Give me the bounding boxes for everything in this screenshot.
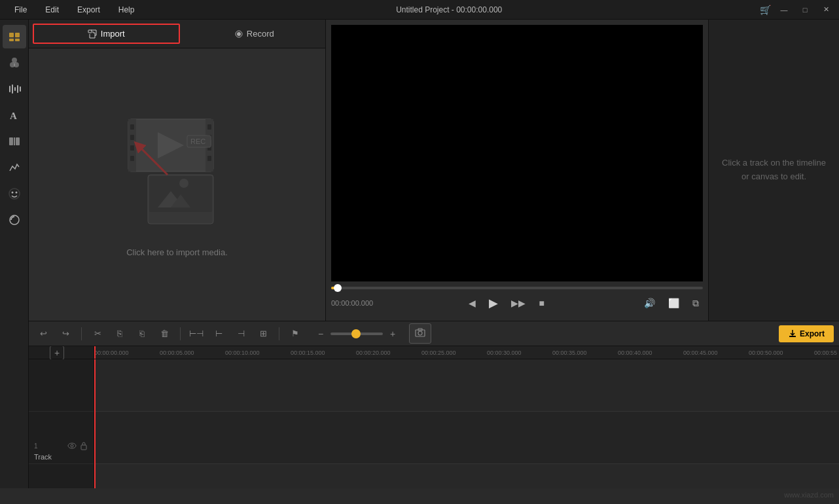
sidebar-item-stickers[interactable] [3, 182, 26, 206]
timeline-ruler: 00:00:00.00000:00:05.00000:00:10.00000:0… [94, 346, 839, 359]
seekbar-fill [331, 287, 338, 289]
svg-rect-30 [130, 145, 134, 151]
preview-seekbar[interactable] [331, 287, 703, 289]
svg-rect-16 [16, 137, 20, 145]
svg-point-47 [418, 331, 422, 335]
step-forward-button[interactable]: ▶▶ [507, 297, 529, 310]
svg-rect-52 [81, 445, 86, 450]
import-illustration: REC [109, 113, 246, 237]
svg-rect-4 [9, 39, 14, 41]
svg-rect-32 [207, 124, 211, 130]
preview-controls: 00:00:00.000 ◀ ▶ ▶▶ ■ 🔊 ⬜ ⧉ [326, 281, 708, 321]
ruler-mark: 00:00:35.000 [552, 350, 587, 356]
stop-button[interactable]: ■ [535, 297, 548, 310]
sidebar-item-transitions[interactable] [3, 130, 26, 153]
ruler-mark: 00:00:00.000 [94, 350, 129, 356]
zoom-slider[interactable] [330, 333, 383, 335]
record-tab[interactable]: Record [184, 20, 326, 48]
split-button[interactable]: ⊢⊣ [187, 325, 205, 343]
svg-rect-49 [789, 336, 796, 337]
track-name-1: Track [34, 453, 52, 461]
undo-button[interactable]: ↩ [34, 325, 52, 343]
sidebar-item-effects[interactable] [3, 156, 26, 179]
svg-text:REC: REC [190, 137, 205, 145]
toolbar-separator-2 [180, 327, 181, 340]
timeline-playhead-ruler [94, 346, 96, 359]
copy-button[interactable]: ⎘ [111, 325, 129, 343]
close-button[interactable]: ✕ [818, 3, 834, 16]
track-visibility-icon[interactable] [67, 441, 77, 450]
svg-rect-35 [207, 156, 211, 161]
sidebar-item-filters[interactable] [3, 208, 26, 232]
zoom-in-button[interactable]: + [385, 327, 400, 341]
record-tab-label: Record [247, 29, 274, 39]
timeline-toolbar: ↩ ↪ ✂ ⎘ ⎗ 🗑 ⊢⊣ ⊢ ⊣ ⊞ ⚑ − + [29, 321, 839, 346]
svg-rect-15 [9, 137, 13, 145]
menu-file[interactable]: File [10, 4, 31, 16]
properties-hint: Click a track on the timeline or canvas … [719, 156, 829, 184]
svg-rect-13 [20, 86, 21, 92]
track-lock-icon[interactable] [79, 441, 88, 450]
fullscreen-button[interactable]: ⬜ [664, 297, 683, 310]
crop-button[interactable]: ⊞ [254, 325, 272, 343]
svg-point-43 [179, 179, 188, 188]
svg-point-50 [68, 443, 76, 448]
play-button[interactable]: ▶ [485, 295, 502, 312]
svg-rect-31 [130, 156, 134, 161]
menu-help[interactable]: Help [115, 4, 139, 16]
ruler-mark: 00:00:55 [814, 350, 837, 356]
sidebar-item-text[interactable]: A [3, 103, 26, 127]
media-tabs: Import Record [29, 20, 325, 48]
svg-rect-5 [15, 39, 20, 41]
svg-point-51 [71, 444, 73, 447]
timeline-playhead-track [94, 359, 96, 488]
zoom-thumb[interactable] [351, 329, 361, 338]
minimize-button[interactable]: — [776, 3, 792, 16]
add-track-button[interactable]: + [50, 346, 64, 360]
pip-button[interactable]: ⧉ [688, 297, 703, 310]
svg-point-6 [12, 58, 17, 63]
svg-point-20 [15, 192, 17, 194]
snapshot-button[interactable] [409, 323, 431, 344]
sidebar-item-media[interactable] [3, 25, 26, 48]
trim-left-button[interactable]: ⊢ [209, 325, 228, 343]
track-label-1: 1 [29, 412, 94, 464]
track-label-empty [29, 359, 94, 412]
maximize-button[interactable]: □ [797, 3, 813, 16]
zoom-control: − + [313, 327, 400, 341]
import-icon [88, 29, 97, 39]
svg-rect-22 [88, 30, 92, 33]
track-row-empty [94, 359, 839, 412]
preview-screen [331, 25, 703, 281]
record-icon [235, 30, 243, 38]
redo-button[interactable]: ↪ [56, 325, 75, 343]
delete-button[interactable]: 🗑 [155, 325, 173, 343]
ruler-mark: 00:00:20.000 [356, 350, 391, 356]
svg-text:A: A [10, 111, 17, 121]
volume-button[interactable]: 🔊 [640, 297, 659, 310]
step-back-button[interactable]: ◀ [465, 297, 480, 310]
zoom-out-button[interactable]: − [313, 327, 328, 341]
properties-panel: Click a track on the timeline or canvas … [708, 20, 839, 321]
ruler-mark: 00:00:10.000 [225, 350, 260, 356]
svg-point-19 [11, 192, 13, 194]
cart-icon[interactable]: 🛒 [760, 5, 771, 15]
import-tab-label: Import [101, 29, 125, 39]
preview-time-display: 00:00:00.000 [331, 299, 373, 307]
sidebar-item-audio[interactable] [3, 77, 26, 101]
ruler-mark: 00:00:15.000 [291, 350, 325, 356]
flag-button[interactable]: ⚑ [286, 325, 304, 343]
menu-export[interactable]: Export [73, 4, 104, 16]
import-area[interactable]: REC [29, 48, 325, 321]
toolbar-separator-1 [81, 327, 82, 340]
menu-edit[interactable]: Edit [41, 4, 63, 16]
import-tab[interactable]: Import [33, 24, 180, 44]
trim-right-button[interactable]: ⊣ [232, 325, 250, 343]
sidebar-item-overlays[interactable] [3, 51, 26, 75]
cut-button[interactable]: ✂ [88, 325, 107, 343]
track-content [94, 359, 839, 488]
svg-rect-2 [9, 33, 14, 37]
paste-button[interactable]: ⎗ [133, 325, 151, 343]
export-button[interactable]: Export [779, 325, 834, 342]
app-menu-bar: File Edit Export Help [10, 4, 138, 16]
